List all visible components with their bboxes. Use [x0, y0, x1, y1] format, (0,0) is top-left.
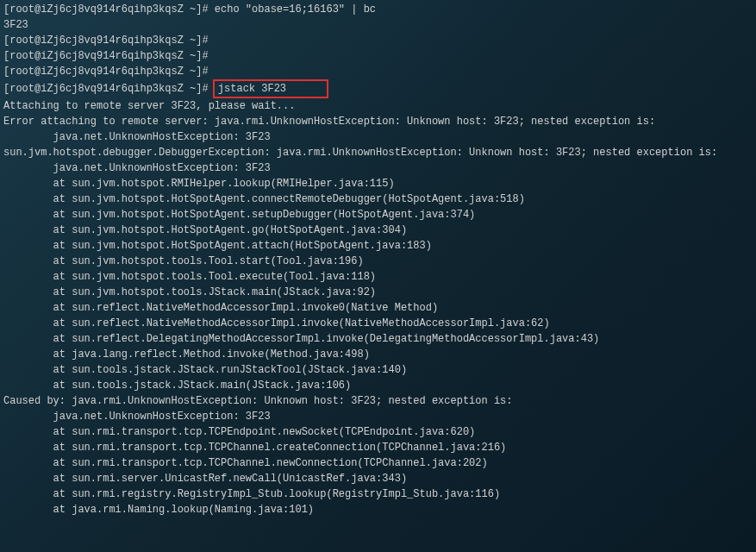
- trace-line: at sun.jvm.hotspot.HotSpotAgent.go(HotSp…: [3, 223, 753, 238]
- shell-prompt: [root@iZj6cj8vq914r6qihp3kqsZ ~]#: [3, 83, 209, 95]
- trace-line: at sun.rmi.transport.tcp.TCPChannel.crea…: [3, 440, 753, 455]
- trace-line: at sun.reflect.NativeMethodAccessorImpl.…: [3, 316, 753, 331]
- trace-line: at sun.reflect.NativeMethodAccessorImpl.…: [3, 300, 753, 316]
- trace-line: at sun.jvm.hotspot.tools.Tool.execute(To…: [3, 269, 753, 285]
- error-line: Error attaching to remote server: java.r…: [3, 114, 753, 129]
- shell-prompt: [root@iZj6cj8vq914r6qihp3kqsZ ~]#: [3, 66, 209, 78]
- exception-line: java.net.UnknownHostException: 3F23: [3, 409, 753, 424]
- prompt-line-2[interactable]: [root@iZj6cj8vq914r6qihp3kqsZ ~]#: [3, 33, 753, 48]
- output-line: 3F23: [3, 17, 753, 33]
- terminal-output: [root@iZj6cj8vq914r6qihp3kqsZ ~]# echo "…: [3, 2, 753, 518]
- error-line: sun.jvm.hotspot.debugger.DebuggerExcepti…: [3, 145, 753, 160]
- trace-line: at sun.jvm.hotspot.tools.Tool.start(Tool…: [3, 254, 753, 269]
- trace-line: at sun.tools.jstack.JStack.main(JStack.j…: [3, 378, 753, 393]
- trace-line: at sun.rmi.transport.tcp.TCPChannel.newC…: [3, 455, 753, 471]
- caused-by-line: Caused by: java.rmi.UnknownHostException…: [3, 393, 753, 409]
- highlighted-command: jstack 3F23: [218, 83, 323, 95]
- shell-prompt: [root@iZj6cj8vq914r6qihp3kqsZ ~]#: [3, 50, 209, 62]
- prompt-line-1: [root@iZj6cj8vq914r6qihp3kqsZ ~]# echo "…: [3, 2, 753, 17]
- trace-line: at sun.jvm.hotspot.HotSpotAgent.attach(H…: [3, 238, 753, 254]
- prompt-line-3[interactable]: [root@iZj6cj8vq914r6qihp3kqsZ ~]#: [3, 48, 753, 64]
- trace-line: at sun.rmi.registry.RegistryImpl_Stub.lo…: [3, 486, 753, 502]
- trace-line: at sun.rmi.transport.tcp.TCPEndpoint.new…: [3, 424, 753, 440]
- shell-prompt: [root@iZj6cj8vq914r6qihp3kqsZ ~]#: [3, 3, 209, 16]
- trace-line: at java.rmi.Naming.lookup(Naming.java:10…: [3, 502, 753, 518]
- trace-line: at sun.jvm.hotspot.HotSpotAgent.setupDeb…: [3, 207, 753, 223]
- exception-line: java.net.UnknownHostException: 3F23: [3, 129, 753, 145]
- trace-line: at sun.jvm.hotspot.RMIHelper.lookup(RMIH…: [3, 176, 753, 191]
- output-line: Attaching to remote server 3F23, please …: [3, 98, 753, 114]
- exception-line: java.net.UnknownHostException: 3F23: [3, 160, 753, 176]
- trace-line: at sun.jvm.hotspot.HotSpotAgent.connectR…: [3, 191, 753, 207]
- prompt-line-highlighted[interactable]: [root@iZj6cj8vq914r6qihp3kqsZ ~]# jstack…: [3, 79, 753, 98]
- trace-line: at sun.reflect.DelegatingMethodAccessorI…: [3, 331, 753, 347]
- trace-line: at sun.rmi.server.UnicastRef.newCall(Uni…: [3, 471, 753, 486]
- trace-line: at java.lang.reflect.Method.invoke(Metho…: [3, 347, 753, 362]
- shell-prompt: [root@iZj6cj8vq914r6qihp3kqsZ ~]#: [3, 34, 209, 47]
- highlighted-command-box: jstack 3F23: [213, 79, 328, 98]
- prompt-line-4[interactable]: [root@iZj6cj8vq914r6qihp3kqsZ ~]#: [3, 64, 753, 79]
- trace-line: at sun.tools.jstack.JStack.runJStackTool…: [3, 362, 753, 378]
- trace-line: at sun.jvm.hotspot.tools.JStack.main(JSt…: [3, 285, 753, 300]
- command-text: echo "obase=16;16163" | bc: [215, 3, 376, 16]
